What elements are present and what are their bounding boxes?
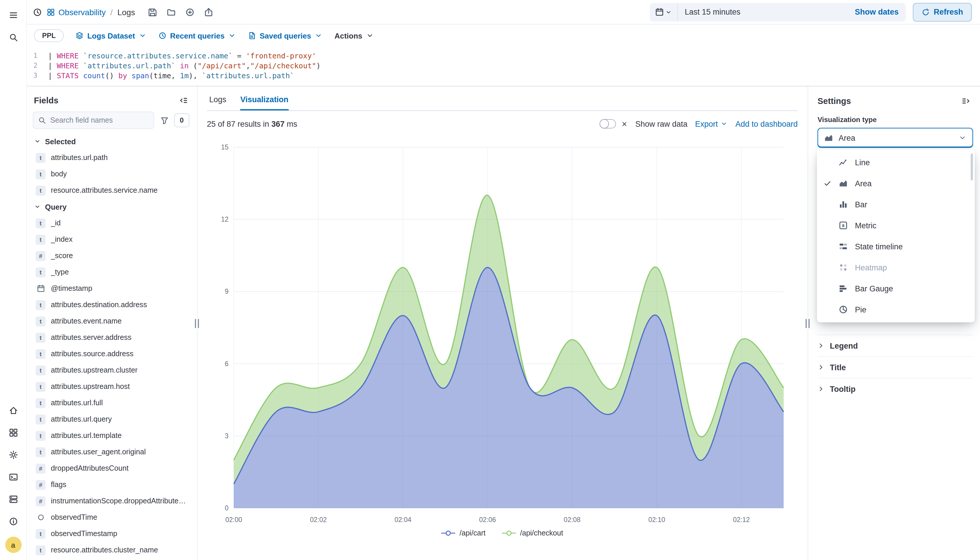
legend-item-api-cart[interactable]: /api/cart <box>442 529 486 537</box>
add-to-dashboard-button[interactable]: Add to dashboard <box>736 119 798 128</box>
field-item[interactable]: tattributes.url.path <box>27 150 195 166</box>
viz-type-option-bar-gauge[interactable]: Bar Gauge <box>817 278 975 299</box>
field-item[interactable]: t_index <box>27 231 195 248</box>
show-dates-button[interactable]: Show dates <box>848 8 905 17</box>
viz-type-option-label: Area <box>855 179 871 188</box>
resizer-grip <box>806 318 809 328</box>
field-item[interactable]: tattributes.user_agent.original <box>27 444 195 460</box>
collapse-settings-icon[interactable] <box>959 94 973 108</box>
field-item[interactable]: tobservedTimestamp <box>27 525 195 542</box>
dropdown-scrollbar[interactable] <box>971 153 973 180</box>
field-item[interactable]: tresource.attributes.host.name <box>27 558 195 560</box>
visualization-type-select[interactable]: Area <box>818 128 973 148</box>
area-chart[interactable]: 0369121502:0002:0202:0402:0602:0802:1002… <box>207 137 798 528</box>
panel-resizer-left[interactable] <box>195 87 199 560</box>
viz-type-option-bar[interactable]: Bar <box>817 194 975 215</box>
tab-logs[interactable]: Logs <box>209 90 226 110</box>
string-type-icon: t <box>36 382 45 392</box>
menu-icon[interactable] <box>5 7 21 23</box>
field-item[interactable]: #instrumentationScope.droppedAttributesC… <box>27 493 195 509</box>
string-type-icon: t <box>36 365 45 375</box>
new-item-icon[interactable] <box>182 4 198 20</box>
results-row: 25 of 87 results in 367 ms Show raw data… <box>207 111 798 137</box>
breadcrumb: Observability / Logs <box>47 7 135 17</box>
tab-visualization[interactable]: Visualization <box>241 90 289 110</box>
save-icon[interactable] <box>144 4 161 20</box>
breadcrumb-app-link[interactable]: Observability <box>47 7 106 17</box>
field-item[interactable]: tattributes.upstream.cluster <box>27 362 195 378</box>
info-icon[interactable] <box>5 513 21 530</box>
accordion-tooltip[interactable]: Tooltip <box>818 378 973 399</box>
viz-type-option-area[interactable]: Area <box>817 173 975 194</box>
field-name: _index <box>51 235 72 243</box>
field-item[interactable]: tresource.attributes.cluster_name <box>27 542 195 558</box>
collapse-fields-icon[interactable] <box>179 96 188 105</box>
accordion-title[interactable]: Title <box>818 356 973 378</box>
query-editor-line[interactable]: 2| WHERE `attributes.url.path` in ("/api… <box>27 61 980 71</box>
console-icon[interactable] <box>5 469 21 485</box>
recent-queries-button[interactable]: Recent queries <box>158 31 236 40</box>
legend-item-api-checkout[interactable]: /api/checkout <box>502 529 563 537</box>
apps-icon[interactable] <box>5 425 21 441</box>
export-button[interactable]: Export <box>695 119 728 128</box>
quick-select-button[interactable] <box>649 3 677 21</box>
refresh-button[interactable]: Refresh <box>913 3 972 21</box>
data-admin-icon[interactable] <box>5 491 21 507</box>
query-editor-line[interactable]: 1| WHERE `resource.attributes.service.na… <box>27 51 980 61</box>
field-item[interactable]: tattributes.url.full <box>27 395 195 411</box>
field-item[interactable]: tattributes.source.address <box>27 346 195 362</box>
viz-type-option-line[interactable]: Line <box>817 152 975 173</box>
svg-text:02:02: 02:02 <box>310 516 327 523</box>
open-folder-icon[interactable] <box>163 4 179 20</box>
history-icon[interactable] <box>33 7 42 17</box>
field-section-label: Query <box>45 202 67 211</box>
app-body: Observability / Logs Last 15 minutes <box>27 0 980 560</box>
field-item[interactable]: tattributes.upstream.host <box>27 378 195 395</box>
field-section-header-query[interactable]: Query <box>27 198 195 215</box>
field-item[interactable]: tbody <box>27 166 195 182</box>
query-bar: PPL Logs Dataset Recent queries Saved qu… <box>27 25 980 47</box>
time-range-value[interactable]: Last 15 minutes <box>677 8 848 17</box>
gear-icon[interactable] <box>5 447 21 463</box>
field-item[interactable]: #droppedAttributesCount <box>27 460 195 477</box>
results-summary: 25 of 87 results in 367 ms <box>207 119 297 128</box>
query-editor-line[interactable]: 3| STATS count() by span(time, 1m), `att… <box>27 71 980 81</box>
field-search-input[interactable] <box>50 116 149 124</box>
string-type-icon: t <box>36 447 45 457</box>
filter-icon[interactable] <box>158 114 171 127</box>
share-icon[interactable] <box>201 4 217 20</box>
search-icon[interactable] <box>5 29 21 45</box>
query-language-badge[interactable]: PPL <box>34 29 64 42</box>
dataset-selector[interactable]: Logs Dataset <box>76 31 147 40</box>
viz-type-option-metric[interactable]: 8Metric <box>817 215 975 236</box>
user-avatar[interactable]: a <box>5 537 21 553</box>
accordion-legend[interactable]: Legend <box>818 335 973 356</box>
viz-type-option-state-timeline[interactable]: State timeline <box>817 236 975 257</box>
actions-menu-button[interactable]: Actions <box>334 31 374 40</box>
chevron-down-icon <box>139 32 147 40</box>
saved-queries-button[interactable]: Saved queries <box>248 31 323 40</box>
field-item[interactable]: tattributes.url.template <box>27 427 195 444</box>
viz-type-option-pie[interactable]: Pie <box>817 299 975 320</box>
filter-count-badge[interactable]: 0 <box>174 113 189 127</box>
string-type-icon: t <box>36 545 45 555</box>
query-editor[interactable]: 1| WHERE `resource.attributes.service.na… <box>27 47 980 87</box>
field-item[interactable]: #_score <box>27 248 195 264</box>
field-item[interactable]: tattributes.destination.address <box>27 297 195 313</box>
home-icon[interactable] <box>5 402 21 419</box>
field-item[interactable]: t_id <box>27 215 195 231</box>
panel-resizer-right[interactable] <box>806 87 809 560</box>
field-item[interactable]: observedTime <box>27 509 195 525</box>
field-item[interactable]: tattributes.url.query <box>27 411 195 427</box>
field-name: resource.attributes.cluster_name <box>51 546 158 554</box>
field-item[interactable]: t_type <box>27 264 195 280</box>
show-raw-data-toggle[interactable] <box>600 119 616 128</box>
field-item[interactable]: @timestamp <box>27 280 195 297</box>
field-section-header-selected[interactable]: Selected <box>27 133 195 150</box>
field-item[interactable]: #flags <box>27 477 195 493</box>
field-item[interactable]: tattributes.server.address <box>27 329 195 346</box>
svg-text:12: 12 <box>221 215 229 223</box>
field-item[interactable]: tresource.attributes.service.name <box>27 182 195 198</box>
legend-label: /api/cart <box>460 529 486 537</box>
field-item[interactable]: tattributes.event.name <box>27 313 195 329</box>
